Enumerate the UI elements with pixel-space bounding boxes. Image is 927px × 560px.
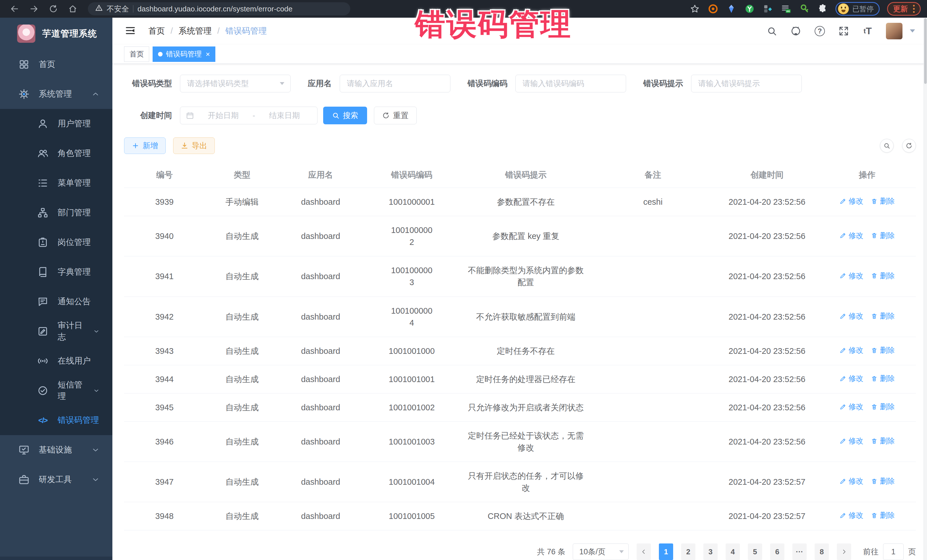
refresh-table-button[interactable] [902, 139, 916, 153]
page-button-1[interactable]: 1 [659, 543, 673, 560]
sidebar-item-7[interactable]: 岗位管理 [0, 228, 112, 257]
tag-2[interactable]: 错误码管理× [153, 47, 215, 62]
sidebar-item-6[interactable]: 部门管理 [0, 198, 112, 228]
page-button-3[interactable]: 3 [704, 543, 718, 560]
edit-row-button[interactable]: 修改 [839, 345, 863, 356]
edit-row-button[interactable]: 修改 [839, 401, 863, 412]
extension-grid-icon[interactable] [763, 3, 773, 14]
delete-row-button[interactable]: 删除 [871, 401, 895, 412]
fullscreen-icon[interactable] [838, 25, 849, 37]
extension-orange-icon[interactable] [708, 3, 719, 14]
breadcrumb-item[interactable]: 错误码管理 [225, 25, 267, 37]
avatar-caret-down-icon[interactable] [910, 29, 915, 32]
edit-row-button[interactable]: 修改 [839, 476, 863, 487]
sidebar-item-9[interactable]: 通知公告 [0, 287, 112, 317]
extension-gem-icon[interactable] [726, 3, 737, 14]
app-name-input[interactable] [340, 75, 450, 93]
delete-row-button[interactable]: 删除 [871, 311, 895, 322]
extension-list-on-icon[interactable]: on [781, 3, 792, 14]
date-start-placeholder[interactable]: 开始日期 [196, 110, 251, 121]
browser-home-button[interactable] [64, 3, 81, 15]
cell-actions: 修改删除 [818, 461, 916, 502]
page-button-2[interactable]: 2 [681, 543, 695, 560]
bookmark-star-icon[interactable] [689, 3, 700, 14]
delete-row-button[interactable]: 删除 [871, 476, 895, 487]
reset-button[interactable]: 重置 [374, 107, 417, 124]
extensions-puzzle-icon[interactable] [817, 3, 828, 14]
sidebar-item-14[interactable]: 基础设施 [0, 435, 112, 465]
sidebar-item-10[interactable]: 审计日志 [0, 317, 112, 346]
address-bar[interactable]: 不安全 dashboard.yudao.iocoder.cn/system/er… [88, 2, 350, 15]
page-button-5[interactable]: 5 [748, 543, 762, 560]
github-icon[interactable] [790, 25, 801, 37]
error-hint-input-field[interactable] [691, 75, 802, 93]
edit-row-button[interactable]: 修改 [839, 373, 863, 384]
sidebar-item-4[interactable]: 角色管理 [0, 138, 112, 168]
edit-row-button[interactable]: 修改 [839, 231, 863, 241]
app-name-input-field[interactable] [340, 75, 450, 93]
page-more-button[interactable]: ··· [792, 543, 807, 560]
edit-row-button[interactable]: 修改 [839, 510, 863, 521]
sidebar-item-15[interactable]: 研发工具 [0, 465, 112, 495]
delete-row-button[interactable]: 删除 [871, 270, 895, 281]
user-avatar[interactable] [886, 23, 903, 39]
sidebar-item-1[interactable]: 首页 [0, 50, 112, 79]
breadcrumb-item[interactable]: 首页 [148, 25, 165, 37]
url-text[interactable]: dashboard.yudao.iocoder.cn/system/error-… [137, 5, 292, 14]
security-label[interactable]: 不安全 [107, 4, 129, 14]
page-size-select[interactable]: 10条/页 [573, 543, 629, 560]
browser-update-button[interactable]: 更新 [887, 2, 921, 16]
delete-row-button[interactable]: 删除 [871, 436, 895, 446]
sidebar-toggle-icon[interactable] [125, 25, 136, 37]
search-button[interactable]: 搜索 [323, 107, 367, 124]
profile-paused-pill[interactable]: 已暂停 [836, 2, 880, 16]
extension-key-icon[interactable] [799, 3, 810, 14]
sidebar-item-2[interactable]: 系统管理 [0, 79, 112, 109]
search-icon[interactable] [766, 25, 778, 37]
error-code-input-field[interactable] [515, 75, 626, 93]
sidebar-item-5[interactable]: 菜单管理 [0, 168, 112, 198]
goto-page-input[interactable] [883, 543, 904, 560]
delete-row-button[interactable]: 删除 [871, 196, 895, 207]
font-size-icon[interactable]: tT [862, 25, 873, 37]
export-button[interactable]: 导出 [173, 137, 215, 154]
add-button[interactable]: 新增 [124, 137, 166, 154]
sidebar-item-3[interactable]: 用户管理 [0, 109, 112, 138]
create-time-range-picker[interactable]: 开始日期 - 结束日期 [180, 107, 318, 124]
page-button-6[interactable]: 6 [770, 543, 784, 560]
sidebar-item-11[interactable]: 在线用户 [0, 346, 112, 376]
error-code-input[interactable] [515, 75, 626, 93]
help-icon[interactable]: ? [814, 25, 825, 37]
sidebar-item-12[interactable]: 短信管理 [0, 376, 112, 405]
tag-1[interactable]: 首页 [124, 47, 149, 62]
tag-close-icon[interactable]: × [206, 50, 210, 58]
browser-forward-button[interactable] [26, 3, 42, 15]
page-scrollbar[interactable] [924, 18, 927, 560]
date-end-placeholder[interactable]: 结束日期 [258, 110, 312, 121]
breadcrumb-item[interactable]: 系统管理 [179, 25, 212, 37]
next-page-button[interactable] [837, 543, 851, 560]
page-button-8[interactable]: 8 [815, 543, 829, 560]
edit-row-button[interactable]: 修改 [839, 311, 863, 322]
browser-back-button[interactable] [6, 3, 23, 15]
delete-row-button[interactable]: 删除 [871, 231, 895, 241]
browser-reload-button[interactable] [45, 3, 62, 15]
edit-row-button[interactable]: 修改 [839, 436, 863, 446]
edit-row-button[interactable]: 修改 [839, 196, 863, 207]
delete-row-button[interactable]: 删除 [871, 345, 895, 356]
browser-menu-kebab-icon[interactable] [913, 5, 915, 13]
app-logo-row[interactable]: 芋道管理系统 [0, 18, 112, 50]
page-button-4[interactable]: 4 [726, 543, 740, 560]
edit-row-button[interactable]: 修改 [839, 270, 863, 281]
error-type-select-input[interactable] [180, 75, 291, 93]
error-type-select[interactable] [180, 75, 291, 93]
delete-row-button[interactable]: 删除 [871, 510, 895, 521]
delete-row-button[interactable]: 删除 [871, 373, 895, 384]
toggle-search-button[interactable] [880, 139, 894, 153]
sidebar-item-8[interactable]: 字典管理 [0, 257, 112, 287]
sidebar-item-13[interactable]: </>错误码管理 [0, 405, 112, 435]
scrollbar-thumb[interactable] [924, 18, 927, 84]
prev-page-button[interactable] [637, 543, 651, 560]
extension-green-y-icon[interactable] [744, 3, 755, 14]
error-hint-input[interactable] [691, 75, 802, 93]
